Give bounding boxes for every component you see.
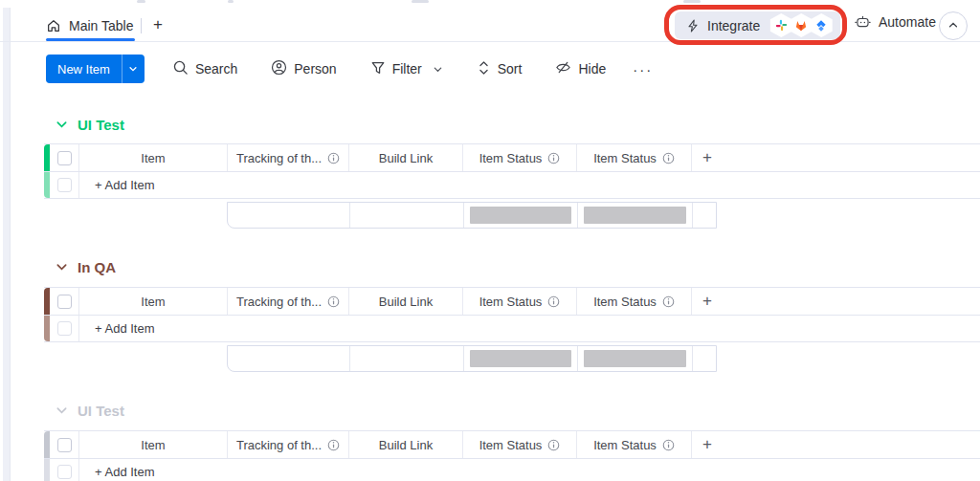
group-header[interactable]: In QA — [56, 259, 116, 275]
tabbar-divider — [0, 41, 980, 42]
column-header-build-link[interactable]: Build Link — [348, 144, 462, 171]
status-summary-bar — [470, 350, 571, 367]
info-icon[interactable] — [327, 152, 340, 164]
column-header-tracking[interactable]: Tracking of th... — [227, 144, 348, 171]
new-item-split-button[interactable]: New Item — [46, 55, 145, 83]
add-item-row: + Add Item — [44, 459, 980, 481]
select-all-checkbox[interactable] — [57, 151, 72, 165]
hide-button[interactable]: Hide — [549, 55, 612, 82]
column-header-item-status-2[interactable]: Item Status — [576, 431, 691, 458]
select-all-cell — [50, 144, 78, 171]
column-header-tracking[interactable]: Tracking of th... — [227, 431, 348, 458]
summary-cell — [692, 346, 716, 371]
robot-icon — [855, 13, 871, 30]
chevron-down-icon[interactable] — [56, 119, 68, 131]
column-header-build-link[interactable]: Build Link — [348, 431, 462, 458]
add-item-row: + Add Item — [44, 316, 980, 342]
sort-button[interactable]: Sort — [471, 56, 528, 82]
filter-icon — [370, 60, 386, 78]
add-column-button[interactable]: + — [691, 144, 980, 171]
slack-icon — [768, 13, 793, 37]
integrate-button[interactable]: Integrate — [675, 11, 840, 39]
column-header-item-status[interactable]: Item Status — [462, 288, 576, 315]
tab-main-table[interactable]: Main Table — [46, 12, 133, 39]
row-select-cell — [50, 172, 78, 198]
column-header-tracking[interactable]: Tracking of th... — [227, 288, 348, 315]
search-label: Search — [195, 61, 237, 77]
group-header[interactable]: UI Test — [56, 403, 124, 419]
person-filter-button[interactable]: Person — [265, 55, 342, 82]
column-header-item-status[interactable]: Item Status — [462, 144, 576, 171]
search-button[interactable]: Search — [167, 55, 243, 82]
person-label: Person — [294, 61, 336, 77]
select-all-checkbox[interactable] — [57, 438, 72, 452]
add-item-button[interactable]: + Add Item — [78, 459, 980, 481]
summary-cell — [577, 346, 692, 371]
group-title-label: In QA — [78, 259, 116, 275]
chevron-down-icon[interactable] — [433, 64, 443, 75]
more-options-button[interactable]: ··· — [625, 57, 660, 81]
group-summary-row — [227, 202, 717, 229]
board-screen: Main Table + Integrate Automate — [0, 0, 980, 481]
automate-button[interactable]: Automate — [855, 13, 936, 30]
status-summary-bar — [470, 207, 571, 224]
sort-label: Sort — [498, 61, 523, 77]
info-icon[interactable] — [662, 439, 675, 451]
info-icon[interactable] — [547, 439, 560, 451]
select-all-cell — [50, 431, 78, 458]
new-item-dropdown[interactable] — [122, 55, 145, 83]
column-header-item[interactable]: Item — [78, 144, 227, 171]
info-icon[interactable] — [662, 295, 675, 308]
row-checkbox[interactable] — [57, 465, 72, 479]
group-header[interactable]: UI Test — [56, 117, 124, 133]
row-select-cell — [50, 459, 78, 481]
filter-label: Filter — [392, 61, 422, 77]
column-header-item[interactable]: Item — [78, 431, 227, 458]
integrate-icon — [685, 18, 701, 33]
info-icon[interactable] — [662, 152, 675, 164]
top-edge-artifact — [683, 0, 701, 3]
table-header-row: Item Tracking of th... Build Link Item S… — [44, 143, 980, 172]
column-header-build-link[interactable]: Build Link — [348, 288, 462, 315]
column-header-item-status[interactable]: Item Status — [462, 431, 576, 458]
collapse-header-button[interactable] — [939, 11, 968, 40]
column-header-item-status-2[interactable]: Item Status — [576, 288, 691, 315]
info-icon[interactable] — [547, 152, 560, 164]
info-icon[interactable] — [327, 439, 340, 451]
add-column-button[interactable]: + — [691, 288, 980, 315]
filter-button[interactable]: Filter — [365, 56, 449, 82]
info-icon[interactable] — [327, 295, 340, 308]
automate-label: Automate — [879, 14, 936, 30]
tab-label: Main Table — [69, 18, 133, 33]
add-item-button[interactable]: + Add Item — [78, 316, 980, 341]
top-edge-artifact — [228, 0, 234, 3]
active-tab-underline — [46, 38, 135, 41]
add-column-button[interactable]: + — [691, 431, 980, 458]
row-checkbox[interactable] — [57, 178, 72, 192]
integration-badges — [768, 13, 834, 37]
left-gutter — [3, 8, 11, 481]
add-item-row: + Add Item — [44, 172, 980, 199]
row-checkbox[interactable] — [57, 321, 72, 336]
column-header-item[interactable]: Item — [78, 288, 227, 315]
select-all-cell — [50, 288, 78, 315]
top-edge-artifact — [412, 0, 429, 3]
summary-cell — [692, 203, 716, 228]
row-select-cell — [50, 316, 78, 341]
table-header-row: Item Tracking of th... Build Link Item S… — [44, 430, 980, 459]
status-summary-bar — [584, 207, 686, 224]
select-all-checkbox[interactable] — [57, 295, 72, 309]
chevron-down-icon[interactable] — [56, 404, 68, 417]
eye-slash-icon — [555, 59, 571, 78]
person-icon — [271, 59, 287, 78]
add-item-button[interactable]: + Add Item — [78, 172, 980, 198]
jira-icon — [809, 13, 834, 37]
summary-cell — [463, 346, 577, 371]
info-icon[interactable] — [547, 295, 560, 308]
group-title-label: UI Test — [78, 117, 124, 133]
new-item-button[interactable]: New Item — [46, 55, 122, 83]
chevron-down-icon[interactable] — [56, 261, 68, 273]
home-icon — [46, 18, 61, 33]
column-header-item-status-2[interactable]: Item Status — [576, 144, 691, 171]
add-tab-button[interactable]: + — [146, 13, 169, 36]
